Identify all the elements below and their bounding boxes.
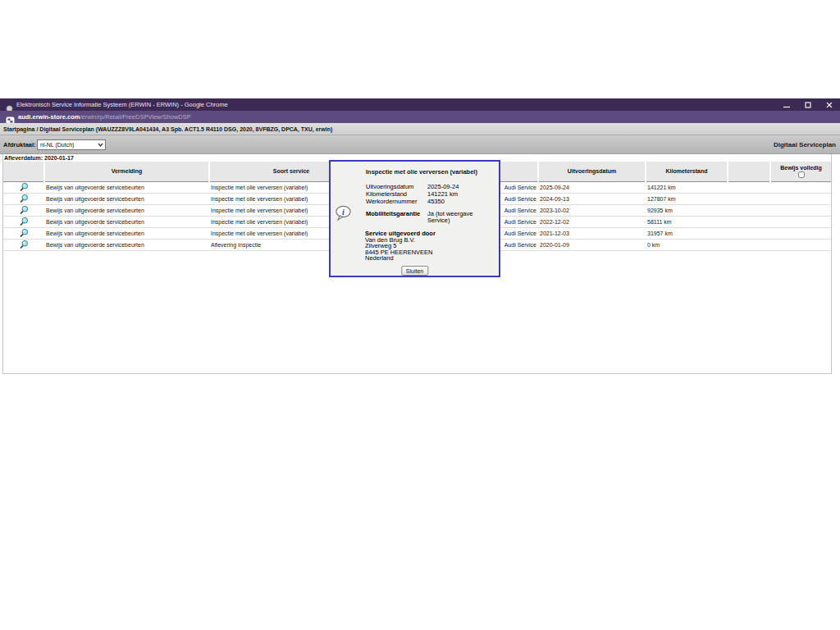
address-bar[interactable]: audi.erwin-store.com/erwin/rp/Retail/Fre… [0,111,840,123]
url-domain: audi.erwin-store.com [18,113,80,121]
delivery-date: Afleverdatum: 2020-01-17 [4,155,74,161]
cell-datum: 2025-09-24 [538,181,646,193]
magnifier-icon [19,228,29,238]
header-uitvoeringsdatum: Uitvoeringsdatum [538,162,646,181]
cell-bewijs [770,216,831,227]
field-label: Werkordernummer [366,198,427,205]
mobility-row: Mobiliteitsgarantie Ja (tot weergave Ser… [366,211,477,223]
language-select[interactable]: nl-NL (Dutch) [37,139,106,150]
screen: Elektronisch Service Informatie Systeem … [0,0,840,630]
browser-titlebar: Elektronisch Service Informatie Systeem … [0,98,840,111]
cell-vermelding: Bewijs van uitgevoerde servicebeurten [44,204,209,216]
minimize-icon [783,102,790,108]
service-detail-dialog: Inspectie met olie verversen (variabel) … [329,160,500,277]
cell-vermelding: Bewijs van uitgevoerde servicebeurten [44,216,209,227]
cell-empty [728,216,770,227]
field-value: 45350 [427,198,445,205]
cell-bewijs [770,181,831,193]
magnifier-icon [19,240,29,249]
cell-empty [728,227,770,239]
maximize-button[interactable] [797,98,819,111]
dialog-field-row: Werkordernummer 45350 [366,198,459,205]
header-detail-column [3,162,44,181]
header-empty [728,162,770,181]
cell-vermelding: Bewijs van uitgevoerde servicebeurten [44,181,209,193]
service-by-line: Nederland [365,255,436,261]
language-select-value: nl-NL (Dutch) [40,140,98,149]
header-kilometerstand: Kilometerstand [646,162,728,181]
field-label: Uitvoeringsdatum [366,183,427,190]
cell-vermelding: Bewijs van uitgevoerde servicebeurten [44,193,209,204]
cell-kilometerstand: 31957 km [646,227,728,239]
breadcrumb[interactable]: Startpagina / Digitaal Serviceplan (WAUZ… [0,123,840,135]
dialog-field-row: Uitvoeringsdatum 2025-09-24 [366,183,459,190]
row-detail-cell[interactable] [3,239,44,250]
page-title: Digitaal Serviceplan [774,135,836,154]
field-value: 141221 km [427,190,458,198]
service-by-label: Service uitgevoerd door [365,231,436,236]
svg-text:i: i [342,208,345,217]
cell-bewijs [770,239,831,250]
cell-datum: 2024-09-13 [538,193,646,204]
field-value: 2025-09-24 [427,183,459,190]
cell-vermelding: Bewijs van uitgevoerde servicebeurten [44,227,209,239]
minimize-button[interactable] [776,98,797,111]
row-detail-cell[interactable] [3,204,44,216]
cell-kilometerstand: 141221 km [646,181,728,193]
info-bubble-icon: i [335,205,352,225]
cell-datum: 2022-12-02 [538,216,646,227]
cell-bewijs [770,193,831,204]
dialog-fields: Uitvoeringsdatum 2025-09-24 Kilometersta… [366,183,459,205]
url-text: audi.erwin-store.com/erwin/rp/Retail/Fre… [18,111,191,123]
magnifier-icon [19,182,29,192]
cell-datum: 2023-10-02 [538,204,646,216]
magnifier-icon [19,217,29,226]
dialog-field-row: Kilometerstand 141221 km [366,190,459,198]
window-controls [776,98,840,111]
header-vermelding: Vermelding [44,162,209,181]
dialog-title: Inspectie met olie verversen (variabel) [366,168,477,176]
cell-kilometerstand: 92935 km [646,204,728,216]
service-by-block: Service uitgevoerd door Van den Brug B.V… [365,231,436,261]
cell-bewijs [770,204,831,216]
url-path: /erwin/rp/Retail/FreeDSPView/ShowDSP [80,113,190,121]
cell-empty [728,239,770,250]
maximize-icon [805,102,811,108]
row-detail-cell[interactable] [3,216,44,227]
mobility-label: Mobiliteitsgarantie [366,211,427,223]
print-language-label: Afdruktaal: [3,135,36,154]
field-label: Kilometerstand [366,190,427,198]
cell-kilometerstand: 58111 km [646,216,728,227]
bewijs-volledig-label: Bewijs volledig [780,165,822,171]
cell-empty [728,181,770,193]
toolbar: Afdruktaal: nl-NL (Dutch) Digitaal Servi… [0,135,840,154]
row-detail-cell[interactable] [3,181,44,193]
cell-datum: 2021-12-03 [538,227,646,239]
cell-empty [728,204,770,216]
magnifier-icon [19,194,29,203]
bewijs-volledig-checkbox[interactable] [798,171,805,178]
header-bewijs-volledig: Bewijs volledig [770,162,831,181]
cell-bewijs [770,227,831,239]
magnifier-icon [19,205,29,215]
sluiten-button[interactable]: Sluiten [401,266,428,276]
chevron-down-icon [98,143,103,147]
mobility-value: Ja (tot weergave Service) [427,211,477,223]
cell-vermelding: Bewijs van uitgevoerde servicebeurten [44,239,209,250]
row-detail-cell[interactable] [3,227,44,239]
close-button[interactable] [819,98,840,111]
cell-kilometerstand: 0 km [646,239,728,250]
row-detail-cell[interactable] [3,193,44,204]
window-title: Elektronisch Service Informatie Systeem … [16,98,228,111]
cell-datum: 2020-01-09 [538,239,646,250]
cell-kilometerstand: 127807 km [646,193,728,204]
cell-empty [728,193,770,204]
close-icon [826,102,833,108]
